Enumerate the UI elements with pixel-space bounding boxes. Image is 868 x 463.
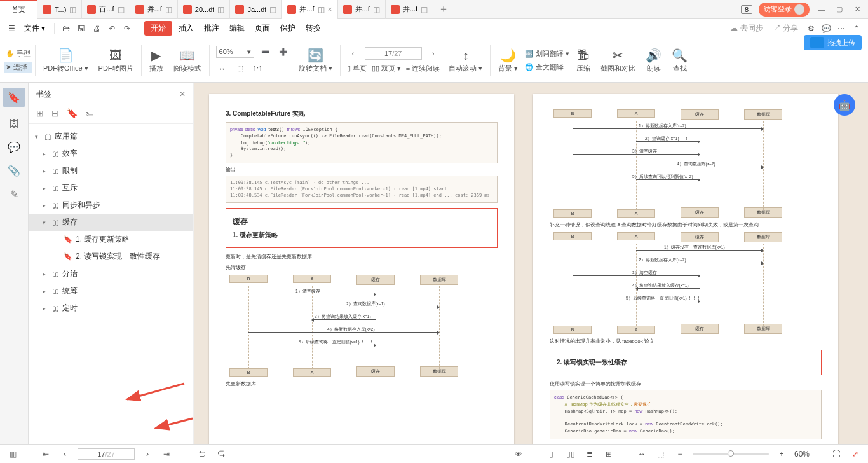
menu-start[interactable]: 开始 [144,21,172,36]
cloud-upload-tip[interactable]: 拖拽上传 [804,35,862,50]
tab-doc-4[interactable]: Ja...df◫ [230,0,282,19]
thumbnail-rail-icon[interactable]: 🖼 [9,118,19,130]
bm-item[interactable]: ▸🕮互斥 [29,179,193,197]
bm-sub-item[interactable]: 🔖2. 读写锁实现一致性缓存 [29,248,193,265]
print-icon[interactable]: 🖨 [90,22,103,35]
next-page-icon[interactable]: › [141,448,154,460]
tab-split-icon[interactable]: ◫ [165,5,172,14]
close-icon[interactable]: × [328,5,332,14]
status-page-input[interactable]: 17/27 [78,448,135,460]
open-icon[interactable]: 🗁 [60,22,72,35]
fit-width-icon[interactable]: ↔ [635,448,648,460]
menu-edit[interactable]: 编辑 [226,23,248,34]
bookmark-rail-icon[interactable]: 🔖 [3,88,25,107]
fullscreen-icon[interactable]: ⛶ [830,448,843,460]
redo-icon[interactable]: ↷ [121,22,133,35]
sign-rail-icon[interactable]: ✎ [10,188,18,200]
read-aloud[interactable]: 🔊朗读 [641,41,667,79]
bm-sub-item[interactable]: 🔖1. 缓存更新策略 [29,231,193,248]
view-continuous-icon[interactable]: ≣ [583,448,596,460]
eye-mode-icon[interactable]: 👁 [512,448,525,460]
word-translate[interactable]: 🔤 划词翻译 ▾ [523,48,571,59]
expand-icon[interactable]: ⤢ [849,448,862,460]
tab-doc-3[interactable]: 20...df◫ [178,0,231,19]
zoom-in-icon[interactable]: ➕ [277,46,290,59]
page-input[interactable]: 17/27 [365,47,422,60]
maximize-icon[interactable]: ▢ [834,5,845,13]
view-double-icon[interactable]: ▯▯ [564,448,577,460]
zoom-combo[interactable]: 60%▾ [216,46,254,58]
menu-insert[interactable]: 插入 [175,23,198,34]
bm-root[interactable]: ▾🕮应用篇 [29,128,193,145]
bm-item[interactable]: ▸🕮效率 [29,145,193,162]
undo-icon[interactable]: ↶ [105,22,118,35]
more-icon[interactable]: ⋯ [835,22,848,35]
last-page-icon[interactable]: ⇥ [160,448,173,460]
prev-page-icon[interactable]: ‹ [347,47,360,60]
select-tool[interactable]: ➤ 选择 [4,62,32,73]
auto-scroll[interactable]: ↕自动滚动 ▾ [444,41,487,79]
tab-doc-2[interactable]: 并...f◫ [130,0,178,19]
bm-add-icon[interactable]: 🔖 [67,108,78,118]
file-menu[interactable]: 文件 ▾ [20,23,49,34]
tab-split-icon[interactable]: ◫ [217,5,224,14]
tab-doc-5[interactable]: 并...f◫× [282,0,337,19]
tab-doc-7[interactable]: 并...f◫ [386,0,433,19]
fit-width-icon[interactable]: ↔ [216,62,229,75]
view-single-icon[interactable]: ▯ [545,448,558,460]
tab-doc-1[interactable]: 百...f◫ [82,0,130,19]
zoom-slider[interactable] [693,453,769,455]
bm-expand-icon[interactable]: ⊞ [36,108,44,118]
tab-doc-6[interactable]: 并...f◫ [338,0,386,19]
bm-item[interactable]: ▸🕮统筹 [29,282,193,300]
tab-split-icon[interactable]: ◫ [318,5,325,14]
bm-item[interactable]: ▸🕮同步和异步 [29,197,193,214]
rotate-doc[interactable]: 🔄旋转文档 ▾ [294,41,337,79]
hand-tool[interactable]: ✋ 手型 [4,48,32,59]
menu-protect[interactable]: 保护 [276,23,299,34]
bm-goto-icon[interactable]: 🏷 [85,108,94,118]
comment-rail-icon[interactable]: 💬 [8,141,20,153]
minimize-icon[interactable]: — [816,6,827,13]
slider-knob[interactable] [728,450,734,457]
fit-page-icon[interactable]: ⬚ [234,62,247,75]
view-grid-icon[interactable]: ⊞ [602,448,615,460]
sync-button[interactable]: ☁ 去同步 [726,23,766,34]
zoom-out-icon[interactable]: − [674,448,686,460]
menu-icon[interactable]: ☰ [5,22,18,35]
bm-item[interactable]: ▸🕮定时 [29,300,193,317]
sidebar-toggle-icon[interactable]: ▥ [6,448,19,460]
double-page[interactable]: ▯▯ 双页 ▾ [372,64,401,73]
bm-item-cache[interactable]: ▾🕮缓存 [29,214,193,231]
save-icon[interactable]: 🖫 [75,22,88,35]
actual-size-icon[interactable]: 1:1 [252,62,264,75]
ai-assistant-fab[interactable]: 🤖 [834,94,855,116]
zoom-out-icon[interactable]: ➖ [259,46,272,59]
fit-page-icon[interactable]: ⬚ [654,448,667,460]
login-button[interactable]: 访客登录 [759,3,810,17]
pdf-to-image[interactable]: 🖼PDF转图片 [93,41,139,79]
bm-item[interactable]: ▸🕮分治 [29,265,193,282]
feedback-icon[interactable]: 💬 [820,22,832,35]
read-mode[interactable]: 📖阅读模式 [168,41,207,79]
next-page-icon[interactable]: › [427,47,440,60]
close-window-icon[interactable]: ✕ [851,5,863,13]
share-button[interactable]: ↗ 分享 [770,23,802,34]
tab-doc-0[interactable]: T...)◫ [37,0,82,19]
tab-split-icon[interactable]: ◫ [69,5,76,14]
close-panel-icon[interactable]: ✕ [179,90,186,99]
pdf-to-office[interactable]: 📄PDF转Office ▾ [38,41,93,79]
attachment-rail-icon[interactable]: 📎 [8,165,20,177]
tab-split-icon[interactable]: ◫ [421,5,428,14]
find-btn[interactable]: 🔍查找 [667,41,693,79]
settings-icon[interactable]: ⚙ [804,22,817,35]
document-viewport[interactable]: 3. CompletableFuture 实现 private static v… [194,83,868,444]
crop-compare[interactable]: ✂截图和对比 [595,41,641,79]
play-button[interactable]: ▶播放 [144,41,168,79]
bm-item[interactable]: ▸🕮限制 [29,162,193,179]
zoom-in-icon[interactable]: + [775,448,788,460]
background-btn[interactable]: 🌙背景 ▾ [493,41,523,79]
menu-convert[interactable]: 转换 [302,23,325,34]
menu-page[interactable]: 页面 [251,23,274,34]
tab-new[interactable]: ＋ [433,0,454,19]
